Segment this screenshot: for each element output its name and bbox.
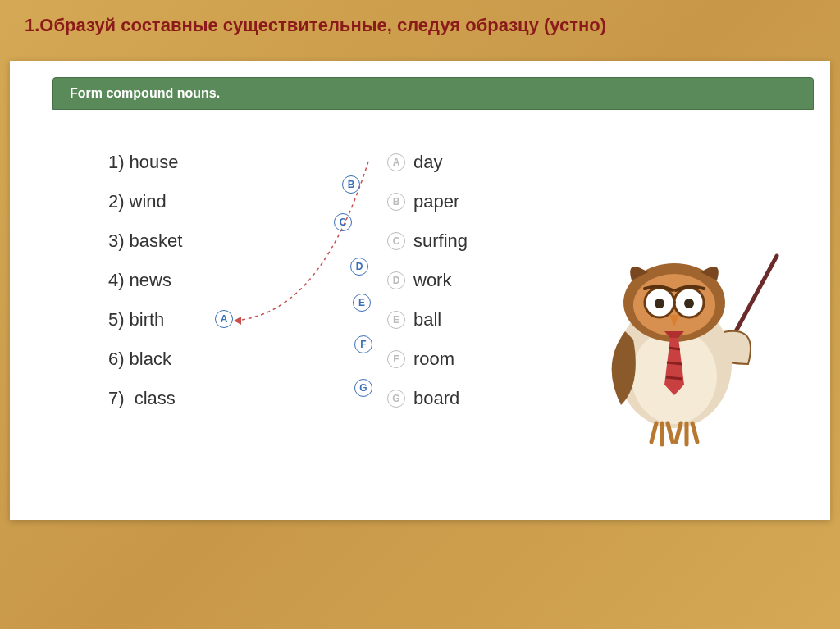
- owl-illustration: [584, 241, 781, 454]
- right-item: Bpaper: [387, 182, 468, 221]
- right-item: Eball: [387, 300, 468, 340]
- left-item: 1)house: [108, 143, 182, 182]
- svg-line-11: [669, 348, 680, 349]
- left-column: 1)house 2)wind 3)basket 4)news 5)birth 6…: [108, 143, 182, 418]
- left-item: 4)news: [108, 261, 182, 300]
- item-word: news: [130, 270, 171, 291]
- exercise-card: Form compound nouns. 1)house 2)wind 3)ba…: [10, 61, 830, 520]
- item-number: 1): [108, 152, 125, 173]
- right-item: Gboard: [387, 379, 468, 418]
- item-word: basket: [130, 230, 183, 252]
- svg-line-13: [666, 377, 682, 379]
- letter-circle: D: [387, 271, 405, 289]
- letter-circle: A: [387, 153, 405, 171]
- item-word: board: [413, 388, 459, 409]
- item-number: 6): [108, 349, 125, 370]
- item-number: 4): [108, 270, 125, 291]
- svg-line-12: [667, 362, 682, 364]
- item-word: surfing: [413, 230, 468, 252]
- right-column: Aday Bpaper Csurfing Dwork Eball Froom G…: [387, 143, 468, 418]
- answer-circle: E: [353, 294, 371, 312]
- item-number: 5): [108, 309, 125, 330]
- exercise-title: 1.Образуй составные существительные, сле…: [0, 0, 840, 44]
- left-item: 6)black: [108, 340, 182, 379]
- item-word: day: [413, 152, 442, 173]
- right-item: Dwork: [387, 261, 468, 300]
- letter-circle: B: [387, 193, 405, 211]
- item-word: room: [413, 349, 454, 370]
- svg-line-1: [736, 256, 777, 331]
- svg-point-9: [655, 299, 664, 308]
- right-item: Froom: [387, 340, 468, 379]
- item-word: work: [413, 270, 451, 291]
- letter-circle: E: [387, 311, 405, 329]
- item-word: house: [130, 152, 179, 173]
- item-number: 7): [108, 388, 125, 409]
- item-number: 2): [108, 191, 125, 212]
- item-word: wind: [130, 191, 167, 212]
- answer-circle: A: [215, 310, 233, 328]
- item-word: class: [135, 388, 176, 409]
- left-item: 2)wind: [108, 182, 182, 221]
- letter-circle: C: [387, 232, 405, 250]
- right-item: Aday: [387, 143, 468, 182]
- answer-circle: G: [354, 379, 372, 397]
- svg-marker-0: [234, 317, 241, 325]
- left-item: 5)birth: [108, 300, 182, 340]
- item-word: ball: [413, 309, 441, 330]
- item-number: 3): [108, 230, 125, 252]
- answer-circle: F: [354, 335, 372, 353]
- item-word: birth: [130, 309, 165, 330]
- item-word: black: [130, 349, 171, 370]
- right-item: Csurfing: [387, 221, 468, 261]
- answer-circle: D: [350, 258, 368, 276]
- letter-circle: G: [387, 390, 405, 408]
- answer-circle: C: [334, 213, 352, 231]
- left-item: 7) class: [108, 379, 182, 418]
- instruction-bar: Form compound nouns.: [52, 77, 814, 110]
- letter-circle: F: [387, 350, 405, 368]
- svg-point-10: [684, 299, 694, 308]
- left-item: 3)basket: [108, 221, 182, 261]
- item-word: paper: [413, 191, 459, 212]
- answer-circle: B: [342, 175, 360, 194]
